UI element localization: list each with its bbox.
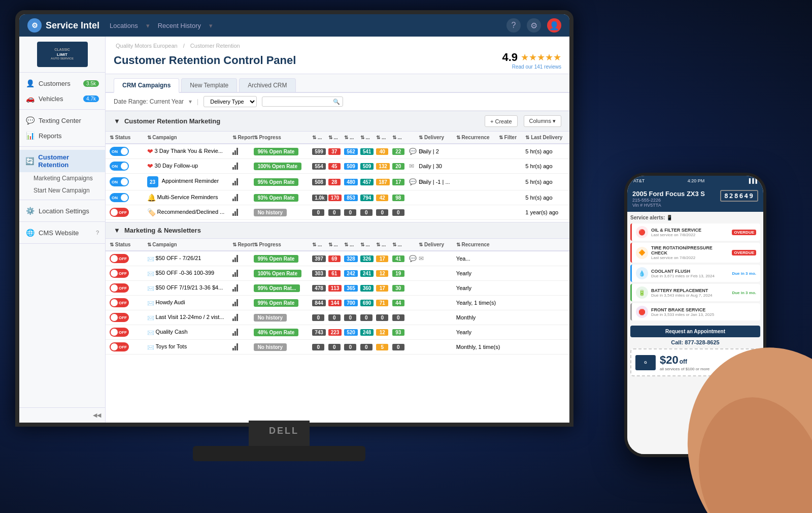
- toggle-off[interactable]: OFF: [110, 208, 129, 217]
- search-input[interactable]: [262, 97, 343, 107]
- columns-btn[interactable]: Columns ▾: [524, 115, 561, 127]
- filter-cell: [495, 144, 522, 159]
- content-scroll[interactable]: ▼ Customer Retention Marketing + Create …: [106, 111, 569, 423]
- th-s1[interactable]: ⇅ ...: [308, 132, 324, 144]
- toggle-off[interactable]: OFF: [110, 313, 129, 322]
- locations-nav[interactable]: Locations: [110, 22, 138, 29]
- chat-icon[interactable]: 💬: [408, 148, 418, 155]
- rating-link[interactable]: Read our 141 reviews: [502, 64, 561, 70]
- breadcrumb-retention[interactable]: Customer Retention: [190, 43, 240, 49]
- toggle-cell[interactable]: ON: [106, 174, 143, 190]
- th-progress1[interactable]: ⇅ Progress: [250, 132, 309, 144]
- th-s3[interactable]: ⇅ ...: [340, 132, 356, 144]
- toggle-cell[interactable]: ON: [106, 190, 143, 205]
- stat-cell: 61: [328, 270, 341, 277]
- report-cell[interactable]: [228, 174, 250, 190]
- campaign-name: Quality Cash: [156, 329, 188, 335]
- section2-chevron[interactable]: ▼: [114, 227, 120, 234]
- th-s6[interactable]: ⇅ ...: [388, 132, 404, 144]
- tab-new-template[interactable]: New Template: [181, 78, 237, 92]
- section1-chevron[interactable]: ▼: [114, 117, 120, 125]
- th-filter1[interactable]: ⇅ Filter: [495, 132, 522, 144]
- toggle-cell[interactable]: ON: [106, 144, 143, 159]
- sidebar-retention-label: Customer Retention: [38, 153, 99, 169]
- th-report2[interactable]: ⇅ Report: [228, 239, 250, 251]
- th-status2[interactable]: ⇅ Status: [106, 239, 143, 251]
- th-s4b[interactable]: ⇅ ...: [356, 239, 373, 251]
- reports-icon: 📊: [25, 132, 35, 140]
- th-s5[interactable]: ⇅ ...: [372, 132, 388, 144]
- table1-body: ON ❤ 3 Day Thank You & Revie...: [106, 144, 569, 220]
- campaign-cell[interactable]: 23 Appointment Reminder: [143, 174, 228, 190]
- th-filter2[interactable]: [495, 239, 522, 251]
- sidebar-item-vehicles[interactable]: 🚗 Vehicles 4.7k: [19, 91, 105, 106]
- report-cell[interactable]: [228, 159, 250, 174]
- th-s1b[interactable]: ⇅ ...: [308, 239, 324, 251]
- breadcrumb-home[interactable]: Quality Motors European: [116, 43, 178, 49]
- campaign-cell[interactable]: 🏷️ Recommended/Declined ...: [143, 205, 228, 220]
- toggle-on[interactable]: ON: [110, 162, 129, 171]
- chat-icon[interactable]: 💬: [408, 255, 418, 262]
- stat-cell: 28: [328, 179, 341, 185]
- th-campaign1[interactable]: ⇅ Campaign: [143, 132, 228, 144]
- th-s5b[interactable]: ⇅ ...: [372, 239, 388, 251]
- recent-history-nav[interactable]: Recent History: [158, 22, 201, 29]
- th-lastdelivery1[interactable]: ⇅ Last Delivery: [521, 132, 569, 144]
- toggle-cell[interactable]: ON: [106, 159, 143, 174]
- help-icon[interactable]: ?: [506, 18, 521, 33]
- delivery-type-select[interactable]: Delivery Type: [204, 96, 257, 107]
- th-recurrence1[interactable]: ⇅ Recurrence: [452, 132, 495, 144]
- th-progress2[interactable]: ⇅ Progress: [250, 239, 309, 251]
- mail-icon[interactable]: ✉: [408, 163, 415, 170]
- th-delivery2[interactable]: ⇅ Delivery: [415, 239, 452, 251]
- toggle-cell[interactable]: OFF: [106, 205, 143, 220]
- report-cell[interactable]: [228, 205, 250, 220]
- tab-archived-crm[interactable]: Archived CRM: [239, 78, 295, 92]
- app-header: ⚙ Service Intel Locations ▾ Recent Histo…: [19, 14, 569, 37]
- th-s6b[interactable]: ⇅ ...: [388, 239, 404, 251]
- sidebar-item-retention[interactable]: 🔄 Customer Retention: [19, 150, 105, 172]
- toggle-off[interactable]: OFF: [110, 283, 129, 293]
- toggle-on[interactable]: ON: [110, 177, 129, 186]
- report-cell[interactable]: [228, 190, 250, 205]
- bars-icon: [232, 298, 238, 306]
- toggle-off[interactable]: OFF: [110, 269, 129, 278]
- stat-cell: 248: [360, 329, 374, 336]
- mail-icon: ✉️: [147, 300, 154, 306]
- toggle-off[interactable]: OFF: [110, 298, 129, 307]
- logo-icon: ⚙: [27, 18, 42, 33]
- user-icon[interactable]: 👤: [547, 18, 561, 33]
- th-delivery1[interactable]: ⇅ Delivery: [415, 132, 452, 144]
- tab-crm-campaigns[interactable]: CRM Campaigns: [114, 78, 179, 93]
- sidebar-item-newcampaign[interactable]: Start New Campaign: [19, 184, 105, 197]
- th-recurrence2[interactable]: ⇅ Recurrence: [452, 239, 495, 251]
- sidebar-item-location[interactable]: ⚙️ Location Settings: [19, 203, 105, 218]
- toggle-off[interactable]: OFF: [110, 254, 129, 263]
- create-btn[interactable]: + Create: [485, 115, 518, 127]
- th-status1[interactable]: ⇅ Status: [106, 132, 143, 144]
- th-s3b[interactable]: ⇅ ...: [340, 239, 356, 251]
- th-s2[interactable]: ⇅ ...: [324, 132, 341, 144]
- toggle-off[interactable]: OFF: [110, 342, 129, 351]
- sidebar-item-marketing[interactable]: Marketing Campaigns: [19, 172, 105, 184]
- mail-icon2[interactable]: ✉: [418, 255, 425, 262]
- th-report1[interactable]: ⇅ Report: [228, 132, 250, 144]
- stat-cell: 0: [392, 344, 404, 350]
- toggle-on[interactable]: ON: [110, 193, 129, 202]
- settings-icon[interactable]: ⚙: [527, 18, 541, 33]
- th-s4[interactable]: ⇅ ...: [356, 132, 373, 144]
- th-campaign2[interactable]: ⇅ Campaign: [143, 239, 228, 251]
- toggle-off[interactable]: OFF: [110, 328, 129, 337]
- sidebar-item-texting[interactable]: 💬 Texting Center: [19, 113, 105, 128]
- toggle-on[interactable]: ON: [110, 147, 129, 156]
- report-cell[interactable]: [228, 144, 250, 159]
- th-s2b[interactable]: ⇅ ...: [324, 239, 341, 251]
- sidebar-collapse-btn[interactable]: ◀◀: [23, 412, 101, 419]
- campaign-cell[interactable]: 🔔 Multi-Service Reminders: [143, 190, 228, 205]
- campaign-cell[interactable]: ❤ 30 Day Follow-up: [143, 159, 228, 174]
- chat-icon[interactable]: 💬: [408, 178, 418, 185]
- sidebar-item-customers[interactable]: 👤 Customers 3.5k: [19, 76, 105, 91]
- campaign-cell[interactable]: ❤ 3 Day Thank You & Revie...: [143, 144, 228, 159]
- sidebar-item-reports[interactable]: 📊 Reports: [19, 128, 105, 143]
- sidebar-item-cms[interactable]: 🌐 CMS Website ?: [19, 225, 105, 240]
